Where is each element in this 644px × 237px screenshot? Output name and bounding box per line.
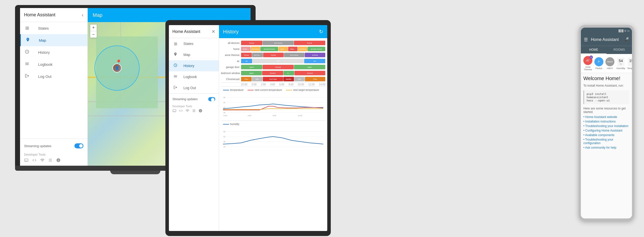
tablet-dev-label: Developer Tools (172, 103, 215, 109)
tablet-nav-history[interactable]: History (169, 60, 219, 71)
tablet-states-label: States (183, 42, 193, 46)
time-label: 6:00 (279, 83, 284, 86)
avatar-away-name: AWAY (607, 67, 613, 70)
tablet-database-icon[interactable] (192, 109, 196, 114)
tablet-terminal-icon[interactable] (172, 109, 176, 114)
nest-current-legend-item: nest current temperature (248, 89, 282, 91)
svg-text:56: 56 (224, 131, 225, 133)
resource-link[interactable]: Available components (583, 133, 629, 137)
tablet-nav-logbook[interactable]: Logbook (169, 71, 219, 82)
bar-segment: home (241, 41, 262, 45)
resource-link[interactable]: Troubleshooting your installation (583, 124, 629, 128)
bar-segment: on (241, 59, 252, 63)
sidebar-item-history[interactable]: History (20, 46, 87, 58)
tablet-close-icon[interactable]: ✕ (211, 29, 215, 34)
avatar-paulus[interactable]: P Paulus (594, 57, 603, 70)
database-icon[interactable] (48, 158, 53, 164)
history-row-label: Chromecast (221, 78, 241, 81)
tablet-dev-icons (172, 109, 215, 114)
tablet-nav-states[interactable]: ⊞ States (169, 38, 219, 49)
tablet-nav-map[interactable]: Map (169, 49, 219, 60)
history-header: History ↻ (219, 25, 327, 38)
tablet-wifi-icon[interactable] (185, 109, 189, 114)
svg-text:12:00: 12:00 (298, 114, 302, 117)
phone-header: ☰ Home Assistant 🎤 (581, 34, 632, 46)
zoom-in-button[interactable]: + (90, 25, 97, 31)
history-row-label: garage door (221, 66, 241, 69)
svg-text:52: 52 (224, 136, 225, 138)
phone-body[interactable]: Welcome Home! To install Home Assistant,… (581, 73, 632, 218)
map-zoom-controls[interactable]: + − (90, 25, 97, 38)
logout-icon (24, 74, 30, 79)
nest-target-label: nest target temperature (293, 89, 319, 91)
phone-tab-home[interactable]: HOME (581, 46, 606, 54)
svg-text:44: 44 (224, 146, 225, 148)
sidebar-item-logbook[interactable]: Logbook (20, 58, 87, 70)
avatar-anne-therese[interactable]: AT S AnneTherese (583, 56, 592, 71)
history-bars: openclosedopen (241, 65, 325, 69)
tablet-info-icon[interactable] (198, 109, 202, 114)
sidebar-item-logout[interactable]: Log Out (20, 70, 87, 82)
svg-text:24: 24 (224, 102, 225, 103)
humidity-label: humidity (230, 123, 239, 126)
resource-link[interactable]: Home Assistant website (583, 115, 629, 119)
nest-current-label: nest current temperature (255, 89, 282, 91)
sidebar-item-map[interactable]: Map (20, 34, 87, 46)
bar-segment: armed home (307, 47, 325, 51)
tablet-nav-logout[interactable]: Log Out (169, 82, 219, 93)
map-road (88, 115, 177, 116)
time-axis: 22:000:002:004:006:008:0010:0012:0014:00 (221, 82, 325, 86)
streaming-toggle[interactable] (74, 143, 83, 148)
resource-link[interactable]: Configuring Home Assistant (583, 129, 629, 132)
tablet-frame: Home Assistant ✕ ⊞ States Map (165, 20, 331, 236)
bar-segment: Plex (305, 77, 325, 81)
tablet-code-icon[interactable] (179, 109, 183, 114)
laptop-stand (110, 171, 160, 174)
hamburger-icon[interactable]: ☰ (584, 37, 588, 42)
phone-nav: HOME ROOMS (581, 46, 632, 54)
resource-link[interactable]: Ask community for help (583, 146, 629, 149)
sidebar-header: Home Assistant ‹ (20, 8, 87, 22)
history-row: homedisar...pendingarmed homepen...disk.… (221, 46, 325, 52)
avatar-away[interactable]: AWAY AWAY (605, 57, 614, 70)
resource-link[interactable]: Troubleshooting your configuration (583, 138, 629, 145)
bar-segment: idle (252, 77, 262, 81)
tablet-streaming-toggle[interactable] (208, 97, 215, 101)
bar-segment: o... (283, 71, 294, 75)
sidebar-collapse-icon[interactable]: ‹ (82, 12, 83, 18)
phone-frame: ▐▐▐ ⊙ ▭ ☰ Home Assistant 🎤 HOME ROOMS AT (579, 25, 634, 221)
tablet-history-label: History (183, 64, 194, 68)
humidity-sensor[interactable]: 54 % Humidity (616, 57, 625, 70)
code-icon[interactable] (32, 158, 37, 164)
bar-segment: school (305, 53, 325, 57)
map-label: Map (39, 38, 46, 42)
sidebar-item-states[interactable]: ⊞ States (20, 22, 87, 34)
history-row-label: anne therese (221, 54, 241, 56)
history-row: bedroom windowopenclosedo...closed (221, 70, 325, 76)
bar-segment: open (294, 65, 325, 69)
time-label: 2:00 (261, 83, 266, 86)
zoom-out-button[interactable]: − (90, 31, 97, 38)
history-label: History (38, 50, 50, 54)
phone-resources: Home Assistant websiteInstallation instr… (583, 115, 629, 149)
phone-tab-rooms[interactable]: ROOMS (606, 46, 632, 54)
wifi-icon[interactable] (40, 158, 45, 164)
phone-status-bar: ▐▐▐ ⊙ ▭ (581, 28, 632, 34)
avatar-anne-therese-circle: AT S (583, 56, 592, 65)
avatar-paulus-name: Paulus (595, 67, 602, 70)
temp-legend-item: temperature (223, 89, 244, 91)
mic-icon[interactable]: 🎤 (623, 37, 629, 42)
history-row: anne theresehomenot ho...homenot homesch… (221, 52, 325, 58)
terminal-icon[interactable] (24, 158, 29, 164)
temperature-value: 15.6 (629, 58, 632, 63)
history-icon (24, 49, 30, 55)
time-label: 0:00 (252, 83, 256, 86)
history-content[interactable]: all deviceshomenot homehomehomedisar...p… (219, 38, 327, 231)
temperature-card: 15.6 °C (628, 57, 632, 66)
refresh-icon[interactable]: ↻ (319, 29, 323, 35)
resource-link[interactable]: Installation instructions (583, 120, 629, 123)
bar-segment: Plex (241, 77, 252, 81)
temperature-sensor[interactable]: 15.6 °C Temperat... (627, 57, 632, 70)
bar-segment: off (252, 59, 304, 63)
info-icon[interactable] (56, 158, 61, 164)
